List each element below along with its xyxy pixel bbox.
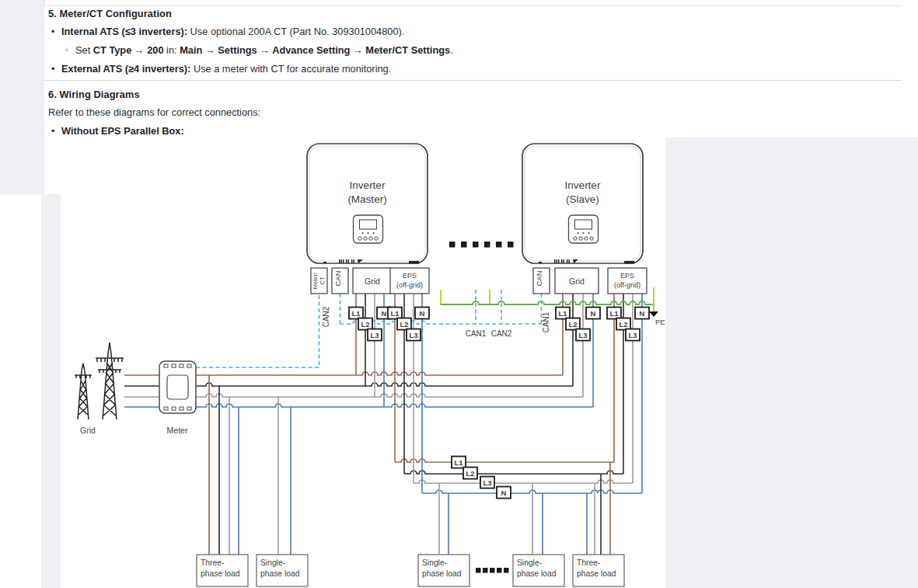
svg-text:CAN2: CAN2 [322,306,330,327]
svg-text:Single-: Single- [517,558,542,567]
svg-text:L2: L2 [568,320,577,329]
more-loads-dots [476,568,509,573]
power-buses [124,372,642,493]
svg-text:phase load: phase load [201,569,240,578]
svg-text:PE: PE [655,318,665,326]
svg-text:CAN: CAN [333,270,342,286]
bullet-icon: • [51,26,54,37]
svg-text:Grid: Grid [569,277,585,286]
port-boxes: Meter/CTCANGridEPS(off-grid)CANGridEPS(o… [311,268,647,294]
ct-in-text: in: [164,44,180,56]
svg-text:L2: L2 [466,469,474,478]
svg-text:(off-grid): (off-grid) [614,281,641,289]
svg-text:(Master): (Master) [347,193,386,205]
load-box: Single-phase load [257,555,308,586]
section-divider [44,80,902,81]
svg-text:phase load: phase load [422,569,462,578]
svg-text:Inverter: Inverter [350,179,386,191]
svg-text:Three-: Three- [577,558,600,567]
without-eps-label: Without EPS Parallel Box: [61,125,184,137]
internal-ats-line: Internal ATS (≤3 inverters): Use optiona… [61,26,404,37]
wire-label-l3: L3 [480,477,494,489]
wire-label-l3: L3 [368,329,382,341]
wire-label-l2: L2 [358,318,372,330]
wire-label-l1: L1 [452,457,466,468]
wire-label-l1: L1 [607,308,621,319]
wire-label-l3: L3 [626,329,640,341]
wiring-diagram: PECAN1CAN2CAN2CAN1GridMeterInverter(Mast… [61,137,665,588]
svg-text:phase load: phase load [260,569,300,578]
load-box: Single-phase load [513,555,564,586]
more-inverters-dots [449,242,514,248]
svg-text:L2: L2 [619,320,627,329]
svg-text:Grid: Grid [365,277,380,286]
grid-towers-icon: Grid [75,343,124,435]
svg-text:(off-grid): (off-grid) [396,281,423,289]
wiring-diagram-image: PECAN1CAN2CAN2CAN1GridMeterInverter(Mast… [61,137,665,588]
sub-bullet-icon: ◦ [65,43,69,55]
svg-text:L1: L1 [454,458,463,467]
wire-label-l2: L2 [463,468,477,479]
svg-text:N: N [501,489,507,497]
load-box: Three-phase load [197,555,248,586]
svg-text:CAN2: CAN2 [491,329,512,338]
svg-text:Single-: Single- [422,558,447,567]
manual-page: { "header": { "bullet_solid": "•", "bull… [0,0,918,588]
svg-text:L1: L1 [609,309,619,318]
svg-text:phase load: phase load [517,569,557,578]
right-gutter [665,137,918,588]
inverter-master: Inverter(Master) [307,144,428,264]
svg-text:phase load: phase load [577,569,616,578]
svg-text:EPS: EPS [620,272,634,280]
section-5-heading: 5. Meter/CT Configuration [48,8,172,19]
load-box: Single-phase load [418,555,469,586]
load-box: Three-phase load [573,555,624,586]
bullet-icon: • [51,63,54,75]
svg-text:L3: L3 [370,331,379,339]
svg-text:CAN: CAN [535,270,543,286]
svg-text:L2: L2 [361,320,369,329]
wire-label-l3: L3 [576,329,590,341]
svg-text:Three-: Three- [201,558,224,567]
wire-label-l1: L1 [388,308,402,319]
inverter-slave: Inverter(Slave) [522,144,643,264]
svg-text:CAN1: CAN1 [466,329,487,338]
left-gutter-strip [41,194,61,588]
wire-label-l3: L3 [407,329,421,341]
ct-period: . [450,44,453,56]
wire-label-l2: L2 [566,318,580,330]
svg-text:(Slave): (Slave) [566,193,599,205]
internal-ats-rest: Use optional 200A CT (Part No. 309301004… [187,26,404,37]
meter: Meter [159,361,196,435]
svg-text:L3: L3 [578,331,587,339]
svg-text:N: N [591,309,596,318]
svg-text:Meter: Meter [167,426,188,435]
section-6-intro: Refer to these diagrams for correct conn… [48,106,260,118]
internal-ats-bold: Internal ATS (≤3 inverters): [61,26,187,37]
wire-label-n: N [635,308,649,319]
svg-text:L1: L1 [351,309,361,318]
wire-label-n: N [415,308,429,319]
bullet-icon: • [51,125,54,137]
wire-label-l1: L1 [349,308,363,319]
svg-text:L3: L3 [628,331,637,339]
svg-text:L1: L1 [558,309,567,318]
external-ats-line: External ATS (≥4 inverters): Use a meter… [61,63,391,75]
svg-text:Grid: Grid [80,426,96,435]
svg-text:EPS: EPS [403,272,417,280]
wire-label-n: N [586,308,600,319]
ct-set-text: Set [75,44,93,56]
svg-text:CAN1: CAN1 [542,311,550,332]
svg-text:N: N [640,309,645,318]
ct-type-bold: CT Type → 200 [93,44,164,56]
svg-text:L2: L2 [400,320,408,329]
wire-label-l2: L2 [397,318,411,330]
pe-ground-icon [649,311,658,317]
load-boxes: Three-phase loadSingle-phase loadSingle-… [197,555,624,586]
svg-text:L3: L3 [483,478,491,487]
wire-label-l2: L2 [616,318,630,330]
wire-label-n: N [497,487,511,499]
svg-text:Single-: Single- [260,558,285,567]
top-divider [44,5,902,6]
svg-text:N: N [382,309,387,318]
